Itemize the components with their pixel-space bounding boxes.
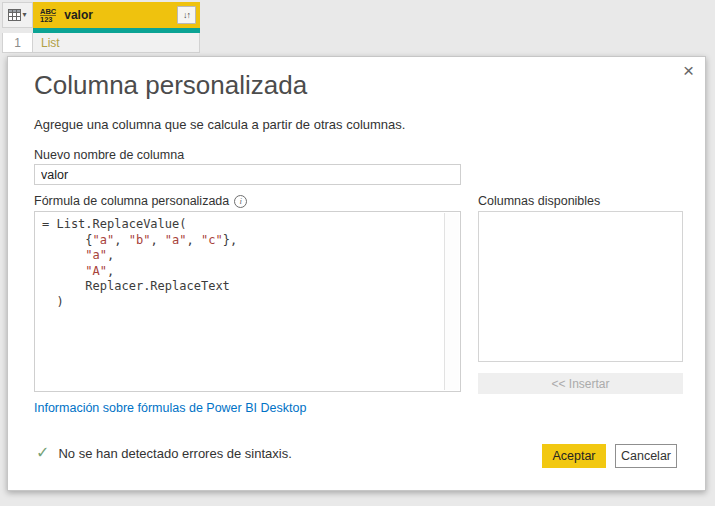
formula-label: Fórmula de columna personalizada — [34, 194, 229, 208]
close-icon[interactable]: × — [683, 60, 694, 82]
column-header-valor[interactable]: ABC 123 valor ↓↑ — [33, 2, 200, 28]
column-type-abc123-icon[interactable]: ABC 123 — [40, 8, 56, 23]
list-value-cell[interactable]: List — [33, 33, 200, 53]
list-value-link[interactable]: List — [41, 36, 60, 50]
available-columns-label: Columnas disponibles — [478, 194, 600, 208]
custom-column-dialog: × Columna personalizada Agregue una colu… — [7, 56, 706, 491]
formula-code[interactable]: = List.ReplaceValue( {"a", "b", "a", "c"… — [35, 212, 460, 315]
available-columns-listbox[interactable] — [478, 211, 683, 362]
expand-column-icon[interactable]: ↓↑ — [177, 6, 196, 24]
new-column-name-input[interactable] — [34, 164, 461, 185]
formula-editor[interactable]: = List.ReplaceValue( {"a", "b", "a", "c"… — [34, 211, 461, 392]
syntax-status-text: No se han detectado errores de sintaxis. — [58, 446, 291, 461]
cancel-button[interactable]: Cancelar — [615, 444, 677, 468]
dialog-title: Columna personalizada — [34, 70, 307, 101]
new-column-name-label: Nuevo nombre de columna — [34, 148, 184, 162]
syntax-status: ✓ No se han detectado errores de sintaxi… — [36, 445, 292, 461]
formula-help-link[interactable]: Información sobre fórmulas de Power BI D… — [34, 401, 306, 415]
formula-editor-scrollbar[interactable] — [444, 213, 459, 390]
info-icon[interactable]: i — [234, 195, 247, 208]
dialog-description: Agregue una columna que se calcula a par… — [34, 117, 405, 132]
power-bi-query-editor: ▾ ABC 123 valor ↓↑ 1 List × Columna pers… — [0, 0, 715, 506]
insert-button[interactable]: << Insertar — [478, 373, 683, 394]
table-menu-button[interactable]: ▾ — [2, 2, 33, 28]
table-menu-caret-icon: ▾ — [22, 11, 26, 19]
row-number-cell[interactable]: 1 — [2, 33, 33, 53]
formula-label-row: Fórmula de columna personalizada i — [34, 194, 247, 208]
table-icon — [8, 9, 21, 21]
check-icon: ✓ — [36, 445, 49, 461]
accept-button[interactable]: Aceptar — [542, 444, 606, 468]
column-header-label: valor — [64, 8, 177, 22]
